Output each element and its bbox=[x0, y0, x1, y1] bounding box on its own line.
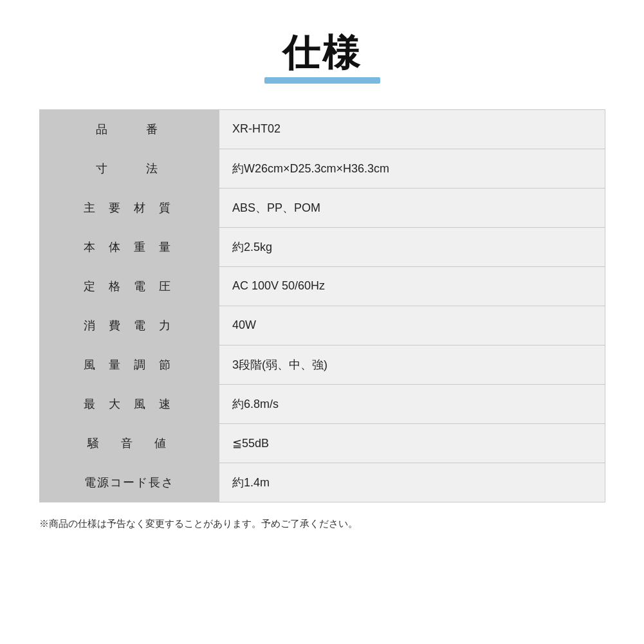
spec-label: 風 量 調 節 bbox=[39, 345, 219, 384]
spec-label: 品 番 bbox=[39, 109, 219, 149]
table-row: 主 要 材 質ABS、PP、POM bbox=[39, 188, 605, 227]
title-section: 仕様 bbox=[264, 32, 380, 84]
spec-label: 定 格 電 圧 bbox=[39, 266, 219, 306]
spec-value: AC 100V 50/60Hz bbox=[219, 266, 605, 306]
spec-label: 寸 法 bbox=[39, 149, 219, 188]
spec-label: 最 大 風 速 bbox=[39, 384, 219, 423]
spec-value: 3段階(弱、中、強) bbox=[219, 345, 605, 384]
spec-value: ABS、PP、POM bbox=[219, 188, 605, 227]
footnote: ※商品の仕様は予告なく変更することがあります。予めご了承ください。 bbox=[39, 518, 605, 530]
spec-label: 消 費 電 力 bbox=[39, 306, 219, 345]
table-row: 品 番XR-HT02 bbox=[39, 109, 605, 149]
spec-value: 約W26cm×D25.3cm×H36.3cm bbox=[219, 149, 605, 188]
table-row: 消 費 電 力40W bbox=[39, 306, 605, 345]
spec-label: 騒 音 値 bbox=[39, 423, 219, 463]
table-row: 最 大 風 速約6.8m/s bbox=[39, 384, 605, 423]
spec-value: ≦55dB bbox=[219, 423, 605, 463]
table-row: 風 量 調 節3段階(弱、中、強) bbox=[39, 345, 605, 384]
spec-value: 約6.8m/s bbox=[219, 384, 605, 423]
spec-value: 40W bbox=[219, 306, 605, 345]
table-row: 本 体 重 量約2.5kg bbox=[39, 227, 605, 266]
title-underline bbox=[264, 77, 380, 84]
table-row: 定 格 電 圧AC 100V 50/60Hz bbox=[39, 266, 605, 306]
table-row: 寸 法約W26cm×D25.3cm×H36.3cm bbox=[39, 149, 605, 188]
table-row: 電源コード長さ約1.4m bbox=[39, 463, 605, 502]
page-container: 仕様 品 番XR-HT02寸 法約W26cm×D25.3cm×H36.3cm主 … bbox=[0, 0, 644, 644]
page-title: 仕様 bbox=[282, 32, 362, 73]
table-row: 騒 音 値≦55dB bbox=[39, 423, 605, 463]
spec-label: 主 要 材 質 bbox=[39, 188, 219, 227]
spec-value: 約1.4m bbox=[219, 463, 605, 502]
spec-label: 本 体 重 量 bbox=[39, 227, 219, 266]
spec-value: XR-HT02 bbox=[219, 109, 605, 149]
spec-label: 電源コード長さ bbox=[39, 463, 219, 502]
specs-table: 品 番XR-HT02寸 法約W26cm×D25.3cm×H36.3cm主 要 材… bbox=[39, 109, 605, 502]
spec-value: 約2.5kg bbox=[219, 227, 605, 266]
